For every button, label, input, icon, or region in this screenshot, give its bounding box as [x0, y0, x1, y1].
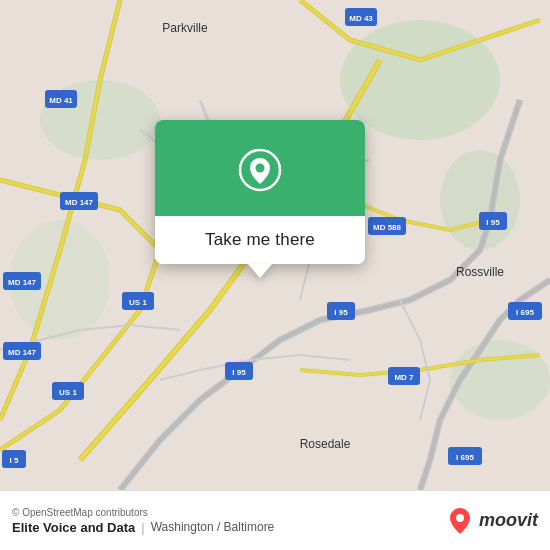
svg-point-3 — [450, 340, 550, 420]
svg-text:MD 147: MD 147 — [8, 348, 37, 357]
svg-point-2 — [440, 150, 520, 250]
svg-text:MD 43: MD 43 — [349, 14, 373, 23]
svg-text:MD 41: MD 41 — [49, 96, 73, 105]
svg-point-42 — [256, 164, 265, 173]
svg-text:Rosedale: Rosedale — [300, 437, 351, 451]
svg-text:I 95: I 95 — [486, 218, 500, 227]
bottom-bar: © OpenStreetMap contributors Elite Voice… — [0, 490, 550, 550]
svg-text:I 695: I 695 — [456, 453, 474, 462]
svg-text:I 95: I 95 — [232, 368, 246, 377]
popup-top — [155, 120, 365, 216]
business-location: Washington / Baltimore — [151, 520, 275, 534]
moovit-text: moovit — [479, 510, 538, 531]
map-container: MD 41 MD 43 US 1 MD 147 MD 147 MD 147 I … — [0, 0, 550, 490]
svg-text:MD 7: MD 7 — [394, 373, 414, 382]
moovit-logo: moovit — [445, 506, 538, 536]
svg-text:I 95: I 95 — [334, 308, 348, 317]
popup-card: Take me there — [155, 120, 365, 264]
svg-point-43 — [456, 514, 464, 522]
svg-text:I 695: I 695 — [516, 308, 534, 317]
svg-text:Rossville: Rossville — [456, 265, 504, 279]
popup-pointer — [248, 264, 272, 278]
svg-text:Parkville: Parkville — [162, 21, 208, 35]
svg-text:I 5: I 5 — [10, 456, 19, 465]
svg-text:MD 147: MD 147 — [65, 198, 94, 207]
svg-text:MD 147: MD 147 — [8, 278, 37, 287]
location-pin-icon — [238, 148, 282, 192]
svg-text:US 1: US 1 — [59, 388, 77, 397]
copyright-text: © OpenStreetMap contributors — [12, 507, 274, 518]
business-name: Elite Voice and Data — [12, 520, 135, 535]
svg-point-1 — [340, 20, 500, 140]
svg-text:US 1: US 1 — [129, 298, 147, 307]
popup-bottom[interactable]: Take me there — [155, 216, 365, 264]
take-me-there-button[interactable]: Take me there — [205, 230, 315, 250]
svg-text:MD 588: MD 588 — [373, 223, 402, 232]
moovit-icon — [445, 506, 475, 536]
